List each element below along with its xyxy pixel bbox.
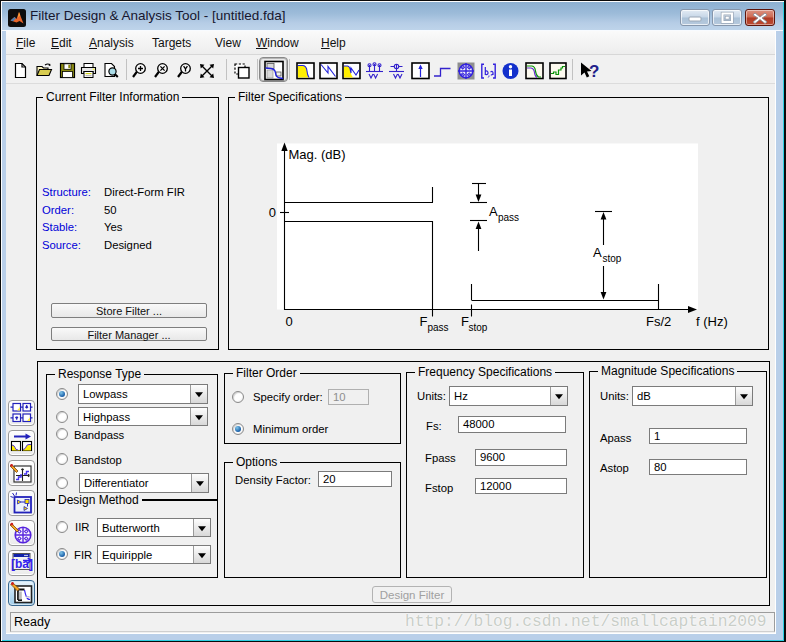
svg-text:Mag. (dB): Mag. (dB)	[289, 147, 346, 162]
svg-text:A: A	[593, 245, 602, 260]
svg-text:?: ?	[589, 62, 599, 81]
svg-text:stop: stop	[603, 253, 622, 264]
svg-text:0: 0	[269, 205, 276, 220]
svg-text:F: F	[420, 314, 428, 329]
svg-text:pass: pass	[428, 322, 449, 333]
svg-text:Fs/2: Fs/2	[646, 314, 671, 329]
svg-text:A: A	[489, 204, 498, 219]
svg-text:stop: stop	[469, 322, 488, 333]
svg-text:f (Hz): f (Hz)	[696, 314, 728, 329]
svg-text:pass: pass	[498, 212, 519, 223]
svg-text:0: 0	[286, 314, 293, 329]
